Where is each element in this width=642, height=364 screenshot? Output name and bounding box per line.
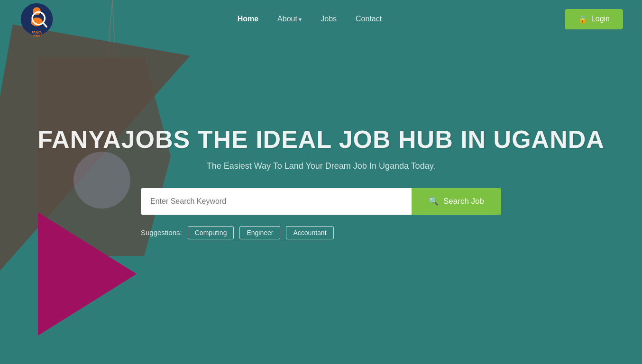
nav-link-about[interactable]: About [277,15,302,23]
nav-links: Home About Jobs Contact [238,15,382,23]
nav-link-jobs[interactable]: Jobs [321,15,337,23]
login-label: Login [591,15,610,23]
search-icon: 🔍 [429,196,439,206]
suggestion-tag-computing[interactable]: Computing [188,226,234,239]
suggestion-tag-engineer[interactable]: Engineer [239,226,280,239]
search-button-label: Search Job [443,197,484,206]
hero-content: FANYAJOBS THE IDEAL JOB HUB IN UGANDA Th… [0,38,642,364]
suggestions-label: Suggestions: [141,228,182,237]
navbar: FANYA JOBS Home About Jobs Contact 🔒 Log… [0,0,642,38]
search-input[interactable] [141,188,412,215]
hero-subtitle: The Easiest Way To Land Your Dream Job I… [207,161,436,171]
nav-link-home[interactable]: Home [238,15,258,23]
svg-text:JOBS: JOBS [33,34,41,37]
hero-title: FANYAJOBS THE IDEAL JOB HUB IN UGANDA [37,125,605,154]
search-button[interactable]: 🔍 Search Job [412,188,501,215]
nav-item-about[interactable]: About [277,15,302,23]
nav-item-contact[interactable]: Contact [356,15,382,23]
lock-icon: 🔒 [578,15,587,24]
hero-section: FANYA JOBS Home About Jobs Contact 🔒 Log… [0,0,642,364]
nav-link-contact[interactable]: Contact [356,15,382,23]
nav-item-jobs[interactable]: Jobs [321,15,337,23]
logo-area: FANYA JOBS [19,1,55,37]
logo-svg: FANYA JOBS [19,1,55,37]
login-button[interactable]: 🔒 Login [565,9,623,29]
search-area: 🔍 Search Job [141,188,501,215]
svg-text:FANYA: FANYA [32,30,42,34]
suggestions-row: Suggestions: Computing Engineer Accounta… [141,226,334,239]
nav-item-home[interactable]: Home [238,15,258,23]
suggestion-tag-accountant[interactable]: Accountant [286,226,333,239]
logo: FANYA JOBS [19,1,55,37]
